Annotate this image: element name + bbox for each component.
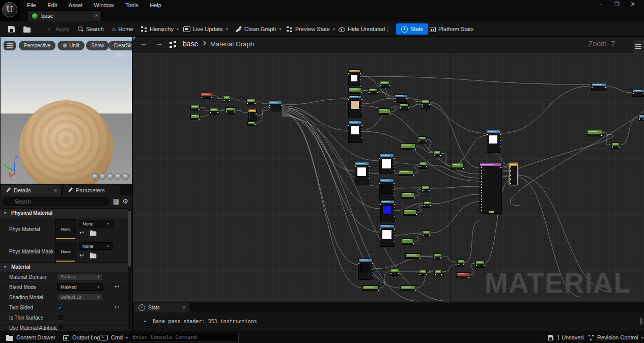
browse-asset-icon[interactable] <box>90 254 97 259</box>
node-pin[interactable] <box>394 192 395 193</box>
node-pin[interactable] <box>440 155 441 156</box>
node-pin[interactable] <box>249 113 250 115</box>
node-pin[interactable] <box>355 166 356 167</box>
node-pin[interactable] <box>394 235 395 236</box>
unsaved-status-button[interactable]: 1 Unsaved <box>547 333 584 342</box>
node-pin[interactable] <box>360 79 361 80</box>
graph-node[interactable] <box>394 94 407 103</box>
node-pin[interactable] <box>361 99 362 100</box>
node-pin[interactable] <box>500 143 501 144</box>
node-pin[interactable] <box>423 235 424 236</box>
node-pin[interactable] <box>394 241 395 242</box>
browse-asset-icon[interactable] <box>90 232 97 236</box>
node-pin[interactable] <box>468 277 469 278</box>
node-pin[interactable] <box>510 170 511 172</box>
node-pin[interactable] <box>605 87 606 88</box>
preview-viewport[interactable]: Perspective Unlit Show ClearSky (Sha Z Y… <box>0 37 132 184</box>
graph-node[interactable] <box>451 163 464 169</box>
node-pin[interactable] <box>369 166 370 167</box>
node-pin[interactable] <box>419 274 421 275</box>
node-pin[interactable] <box>358 263 359 264</box>
search-button[interactable]: Search <box>75 23 106 35</box>
node-pin[interactable] <box>348 99 349 100</box>
close-button[interactable]: ✕ <box>626 1 640 8</box>
node-pin[interactable] <box>199 109 200 110</box>
node-pin[interactable] <box>372 269 373 270</box>
node-pin[interactable] <box>429 235 430 236</box>
stats-panel-tab[interactable]: i Stats × <box>134 303 189 312</box>
node-pin[interactable] <box>487 134 488 135</box>
tab-details[interactable]: Details × <box>1 185 61 195</box>
node-pin[interactable] <box>394 170 395 171</box>
graph-node[interactable] <box>475 261 485 268</box>
node-pin[interactable] <box>369 172 370 173</box>
node-pin[interactable] <box>361 92 362 93</box>
graph-node[interactable] <box>418 136 427 144</box>
browse-button[interactable] <box>21 23 33 35</box>
graph-node[interactable] <box>348 69 360 86</box>
node-pin[interactable] <box>639 119 640 120</box>
graph-node[interactable] <box>587 130 602 136</box>
node-pin[interactable] <box>458 264 459 265</box>
node-pin[interactable] <box>379 158 380 159</box>
node-pin[interactable] <box>394 161 395 162</box>
node-pin[interactable] <box>217 112 218 113</box>
node-pin[interactable] <box>463 168 464 169</box>
node-pin[interactable] <box>481 170 482 171</box>
shape-plane-button[interactable] <box>107 173 114 180</box>
use-material-attributes-checkbox[interactable] <box>57 325 63 331</box>
node-pin[interactable] <box>223 100 225 101</box>
section-material[interactable]: Material <box>0 262 128 271</box>
node-pin[interactable] <box>592 87 593 88</box>
graph-node[interactable] <box>419 162 427 169</box>
node-pin[interactable] <box>500 167 501 168</box>
node-pin[interactable] <box>379 183 380 184</box>
node-pin[interactable] <box>422 190 423 191</box>
unlit-button[interactable]: Unlit <box>58 41 85 50</box>
node-pin[interactable] <box>369 175 370 176</box>
node-pin[interactable] <box>394 204 395 205</box>
hide-unrelated-button[interactable]: Hide Unrelated <box>336 23 387 35</box>
node-pin[interactable] <box>360 85 361 87</box>
node-pin[interactable] <box>463 264 464 265</box>
node-pin[interactable] <box>413 243 414 244</box>
node-pin[interactable] <box>394 195 395 196</box>
back-arrow-icon[interactable]: ← <box>140 39 148 47</box>
graph-node[interactable] <box>423 201 431 208</box>
platform-stats-button[interactable]: Platform Stats <box>428 23 475 35</box>
node-pin[interactable] <box>255 103 256 104</box>
node-pin[interactable] <box>372 275 373 276</box>
minimize-button[interactable]: – <box>594 1 608 7</box>
graph-node[interactable] <box>380 81 390 88</box>
phys-material-dropdown[interactable]: None▾ <box>79 220 113 227</box>
graph-node[interactable] <box>433 253 441 260</box>
graph-node[interactable] <box>632 89 644 97</box>
node-pin[interactable] <box>481 173 482 174</box>
shape-cube-button[interactable] <box>115 173 121 180</box>
node-pin[interactable] <box>210 112 211 113</box>
node-pin[interactable] <box>361 102 362 103</box>
node-pin[interactable] <box>481 181 482 182</box>
node-pin[interactable] <box>435 274 436 275</box>
graph-canvas[interactable]: MATERIAL <box>133 53 644 302</box>
graph-node[interactable] <box>487 130 500 153</box>
material-domain-dropdown[interactable]: Surface▾ <box>57 273 103 280</box>
graph-node[interactable] <box>226 107 235 115</box>
graph-node[interactable] <box>379 154 394 174</box>
node-pin[interactable] <box>481 187 482 188</box>
graph-node[interactable] <box>390 269 399 276</box>
node-pin[interactable] <box>400 107 401 108</box>
node-pin[interactable] <box>394 213 395 214</box>
graph-node[interactable] <box>358 259 373 280</box>
graph-node[interactable] <box>247 121 256 126</box>
node-pin[interactable] <box>481 184 482 185</box>
node-pin[interactable] <box>390 273 391 274</box>
node-pin[interactable] <box>633 93 634 94</box>
graph-node[interactable] <box>457 260 464 267</box>
graph-node[interactable] <box>591 83 606 91</box>
graph-node[interactable] <box>402 238 414 245</box>
node-pin[interactable] <box>281 105 282 106</box>
graph-node[interactable] <box>400 285 416 291</box>
node-pin[interactable] <box>422 106 423 107</box>
home-button[interactable]: ⌂Home <box>110 23 135 35</box>
